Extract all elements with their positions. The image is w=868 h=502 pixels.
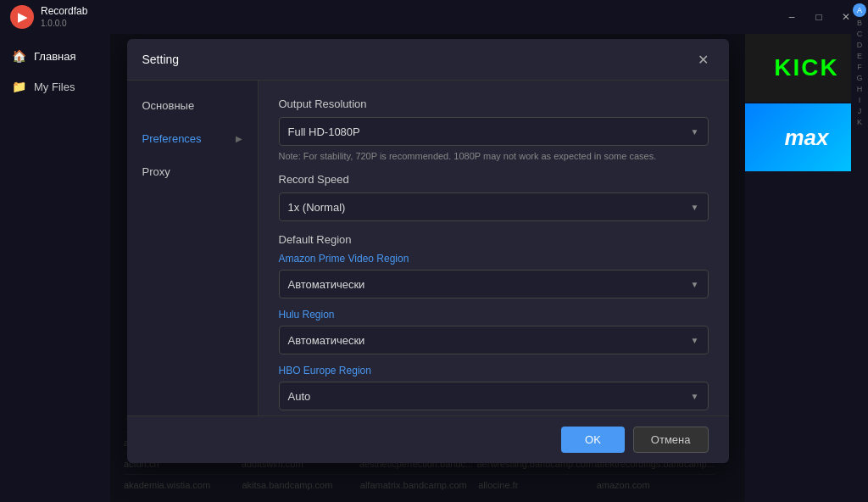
nav-item-preferences[interactable]: Preferences ▶ bbox=[127, 122, 258, 155]
output-resolution-hint: Note: For stability, 720P is recommended… bbox=[279, 151, 709, 161]
nav-item-basic[interactable]: Основные bbox=[127, 89, 258, 122]
nav-label-proxy: Proxy bbox=[142, 165, 170, 178]
hbo-region-value: Auto bbox=[288, 390, 311, 403]
app-version: 1.0.0.0 bbox=[41, 18, 87, 29]
alpha-item-e[interactable]: E bbox=[851, 51, 868, 61]
amazon-region-group: Amazon Prime Video Region Автоматически … bbox=[279, 253, 709, 298]
app-name: Recordfab bbox=[41, 5, 87, 19]
dropdown-arrow-icon: ▼ bbox=[691, 127, 699, 137]
output-resolution-label: Output Resolution bbox=[279, 98, 709, 110]
dialog-titlebar: Setting ✕ bbox=[127, 39, 729, 81]
modal-overlay: Setting ✕ Основные Preferences ▶ bbox=[110, 34, 745, 502]
settings-dialog: Setting ✕ Основные Preferences ▶ bbox=[127, 39, 729, 463]
sidebar-item-files[interactable]: 📁 My Files bbox=[0, 71, 110, 102]
cancel-button[interactable]: Отмена bbox=[633, 427, 709, 453]
dialog-sidebar: Основные Preferences ▶ Proxy bbox=[127, 81, 259, 416]
hbo-region-group: HBO Europe Region Auto ▼ bbox=[279, 365, 709, 410]
amazon-region-value: Автоматически bbox=[288, 278, 365, 291]
nav-item-proxy[interactable]: Proxy bbox=[127, 155, 258, 188]
alpha-item-c[interactable]: C bbox=[851, 34, 868, 39]
hulu-region-label: Hulu Region bbox=[279, 309, 709, 321]
dialog-main-content: Output Resolution Full HD-1080P ▼ Note: … bbox=[259, 81, 729, 416]
default-region-section: Default Region Amazon Prime Video Region… bbox=[279, 233, 709, 410]
app-container: ▶ Recordfab 1.0.0.0 – □ ✕ 🏠 Главная 📁 My… bbox=[0, 0, 868, 502]
nav-label-preferences: Preferences bbox=[142, 132, 202, 145]
minimize-button[interactable]: – bbox=[780, 8, 804, 26]
max-thumbnail: max bbox=[745, 103, 868, 171]
ok-button[interactable]: OK bbox=[561, 427, 625, 453]
app-title-block: Recordfab 1.0.0.0 bbox=[41, 5, 87, 30]
alpha-item-k[interactable]: K bbox=[851, 117, 868, 127]
hbo-region-label: HBO Europe Region bbox=[279, 365, 709, 376]
alpha-item-f[interactable]: F bbox=[851, 62, 868, 72]
max-logo: max bbox=[784, 125, 828, 151]
dialog-footer: OK Отмена bbox=[127, 416, 729, 463]
output-resolution-section: Output Resolution Full HD-1080P ▼ Note: … bbox=[279, 98, 709, 161]
left-sidebar: 🏠 Главная 📁 My Files bbox=[0, 34, 110, 502]
app-logo: ▶ bbox=[10, 5, 34, 29]
maximize-button[interactable]: □ bbox=[807, 8, 831, 26]
kick-thumbnail: KICK bbox=[745, 34, 868, 102]
hulu-region-dropdown[interactable]: Автоматически ▼ bbox=[279, 326, 709, 354]
right-panels: KICK max bbox=[745, 34, 868, 502]
nav-label-basic: Основные bbox=[142, 99, 195, 112]
main-content: abc.com abc7news.com abc7ny.com abcnews.… bbox=[110, 34, 745, 502]
alpha-item-i[interactable]: I bbox=[851, 95, 868, 105]
title-bar: ▶ Recordfab 1.0.0.0 – □ ✕ bbox=[0, 0, 868, 34]
hbo-region-dropdown[interactable]: Auto ▼ bbox=[279, 382, 709, 410]
default-region-label: Default Region bbox=[279, 233, 709, 246]
record-speed-value: 1x (Normal) bbox=[288, 201, 346, 214]
record-speed-dropdown[interactable]: 1x (Normal) ▼ bbox=[279, 192, 709, 221]
record-speed-section: Record Speed 1x (Normal) ▼ bbox=[279, 173, 709, 221]
dropdown-arrow-icon: ▼ bbox=[691, 203, 699, 212]
output-resolution-dropdown[interactable]: Full HD-1080P ▼ bbox=[279, 117, 709, 146]
sidebar-item-home[interactable]: 🏠 Главная bbox=[0, 41, 110, 71]
alphabet-sidebar: A B C D E F G H I J K bbox=[851, 34, 868, 502]
sidebar-label-home: Главная bbox=[34, 50, 75, 63]
hulu-region-value: Автоматически bbox=[288, 334, 365, 347]
dropdown-arrow-icon: ▼ bbox=[691, 392, 699, 401]
files-icon: 📁 bbox=[12, 80, 25, 93]
amazon-region-label: Amazon Prime Video Region bbox=[279, 253, 709, 265]
dropdown-arrow-icon: ▼ bbox=[691, 280, 699, 289]
alpha-item-j[interactable]: J bbox=[851, 106, 868, 116]
hulu-region-group: Hulu Region Автоматически ▼ bbox=[279, 309, 709, 354]
title-bar-left: ▶ Recordfab 1.0.0.0 bbox=[10, 5, 87, 30]
chevron-right-icon: ▶ bbox=[236, 134, 242, 143]
dialog-body: Основные Preferences ▶ Proxy bbox=[127, 81, 729, 416]
alpha-item-d[interactable]: D bbox=[851, 40, 868, 50]
dialog-close-button[interactable]: ✕ bbox=[693, 49, 714, 70]
alpha-item-g[interactable]: G bbox=[851, 73, 868, 83]
window-controls: – □ ✕ bbox=[780, 8, 858, 26]
amazon-region-dropdown[interactable]: Автоматически ▼ bbox=[279, 270, 709, 298]
logo-icon: ▶ bbox=[18, 10, 27, 24]
app-body: 🏠 Главная 📁 My Files abc.com abc7news.co… bbox=[0, 34, 868, 502]
home-icon: 🏠 bbox=[12, 49, 25, 63]
kick-logo: KICK bbox=[774, 54, 838, 81]
alpha-item-h[interactable]: H bbox=[851, 84, 868, 94]
dropdown-arrow-icon: ▼ bbox=[691, 336, 699, 345]
dialog-title: Setting bbox=[142, 53, 180, 66]
output-resolution-value: Full HD-1080P bbox=[288, 126, 360, 138]
sidebar-label-files: My Files bbox=[34, 81, 75, 93]
record-speed-label: Record Speed bbox=[279, 173, 709, 186]
